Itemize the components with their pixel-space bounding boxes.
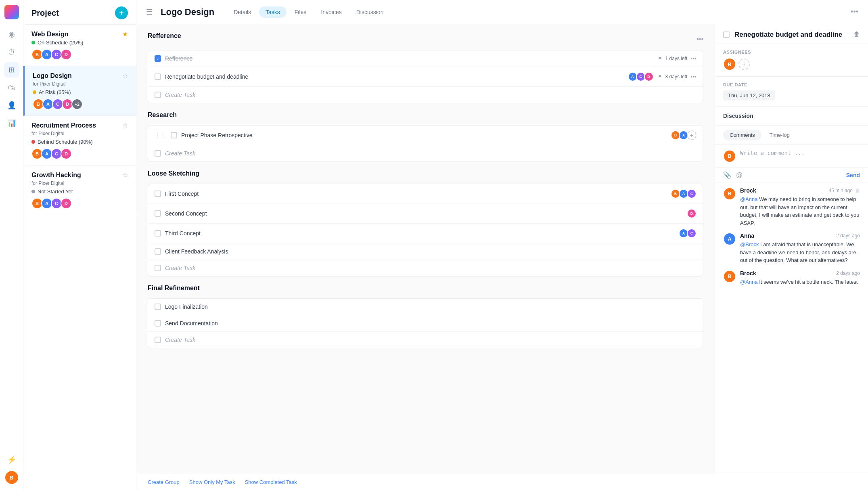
task-checkbox[interactable] (155, 210, 161, 217)
nav-lightning[interactable]: ⚡ (4, 452, 19, 467)
nav-shopping[interactable]: 🛍 (4, 80, 19, 95)
show-completed-task-link[interactable]: Show Completed Task (245, 479, 297, 485)
table-row-create[interactable]: Create Task (148, 332, 703, 348)
tab-comments[interactable]: Comments (723, 130, 761, 140)
section-more-icon[interactable]: ••• (696, 36, 703, 43)
nav-clock[interactable]: ⏱ (4, 44, 19, 60)
task-name: Refference (165, 55, 654, 62)
tab-tasks[interactable]: Tasks (259, 6, 287, 18)
task-name: Project Phase Retrospective (181, 132, 667, 138)
add-project-button[interactable]: + (115, 6, 128, 19)
comment-delete-icon[interactable]: 🗑 (855, 188, 860, 193)
task-meta: ⚑ 3 days left ••• (658, 73, 696, 80)
task-name: Logo Finalization (165, 304, 696, 310)
sidebar-header: Project + (23, 0, 136, 25)
tab-invoices[interactable]: Invoices (314, 6, 348, 18)
send-button[interactable]: Send (846, 172, 860, 178)
table-row[interactable]: ⋮⋮ Project Phase Retrospective B A + (148, 126, 703, 145)
section-loose-sketching: Loose Sketching First Concept B A C Seco (148, 170, 703, 276)
nav-chart[interactable]: 📊 (4, 115, 19, 131)
project-card-recruitment[interactable]: Recruitment Process ☆ for Pixer Digital … (23, 116, 136, 165)
project-name: Recruitment Process (31, 122, 96, 129)
more-dots-icon[interactable]: ••• (690, 55, 696, 62)
table-row-create[interactable]: Create Task (148, 87, 703, 103)
table-row[interactable]: Refference ⚑ 1 days left ••• (148, 50, 703, 67)
section-research: Research ⋮⋮ Project Phase Retrospective … (148, 111, 703, 162)
delete-button[interactable]: 🗑 (853, 31, 860, 38)
star-button[interactable]: ★ (122, 30, 128, 38)
task-checkbox[interactable] (155, 150, 161, 157)
nav-dashboard[interactable]: ◉ (4, 27, 19, 42)
discussion-section: Discussion (715, 107, 868, 126)
bottom-bar: Create Group Show Only My Task Show Comp… (136, 474, 868, 490)
tab-details[interactable]: Details (227, 6, 257, 18)
comment-mention: @Anna (740, 196, 758, 202)
table-row[interactable]: Third Concept A C (148, 224, 703, 243)
table-row[interactable]: First Concept B A C (148, 184, 703, 204)
due-date-label: DUE DATE (723, 82, 860, 87)
comment-mention: @Brock (740, 241, 759, 247)
flag-icon: ⚑ (658, 56, 662, 61)
nav-tasks[interactable]: ⊞ (4, 62, 19, 77)
due-date-value[interactable]: Thu, Jun 12, 2018 (723, 90, 775, 101)
table-row[interactable]: Logo Finalization (148, 299, 703, 315)
assignees-row: B + (723, 58, 860, 71)
current-user-avatar: B (723, 150, 736, 163)
sidebar-title: Project (31, 8, 59, 18)
comment-item: A Anna 2 days ago @Brock I am afraid tha… (723, 232, 860, 264)
drag-handle-icon[interactable]: ⋮⋮ (155, 132, 166, 138)
project-status: Not Started Yet (31, 188, 128, 195)
comment-avatar: B (723, 270, 736, 283)
project-avatars: B A C D (31, 198, 128, 209)
more-dots-icon[interactable]: ••• (690, 73, 696, 80)
comment-input[interactable] (740, 150, 860, 163)
table-row-create[interactable]: Create Task (148, 145, 703, 161)
task-checkbox[interactable] (155, 265, 161, 271)
tab-files[interactable]: Files (288, 6, 313, 18)
project-avatars: B A C D (31, 148, 128, 159)
app-logo (4, 5, 19, 19)
user-avatar[interactable]: B (4, 470, 19, 485)
show-only-my-task-link[interactable]: Show Only My Task (189, 479, 235, 485)
project-status: At Risk (65%) (33, 89, 128, 95)
project-card-web-design[interactable]: Web Design ★ On Schedule (25%) B A C D (23, 25, 136, 66)
table-row-create[interactable]: Create Task (148, 260, 703, 276)
star-button[interactable]: ☆ (122, 171, 128, 179)
menu-icon[interactable]: ☰ (146, 8, 153, 17)
star-button[interactable]: ☆ (122, 72, 128, 80)
task-checkbox[interactable] (155, 304, 161, 310)
task-avatars: A C D (628, 72, 654, 82)
task-checkbox[interactable] (155, 230, 161, 237)
add-assignee-button[interactable]: + (738, 59, 750, 70)
task-checkbox[interactable] (155, 248, 161, 255)
task-checkbox[interactable] (155, 55, 161, 62)
content-area: Refference ••• Refference ⚑ 1 days left … (136, 24, 868, 474)
table-row[interactable]: Second Concept D (148, 204, 703, 224)
nav-users[interactable]: 👤 (4, 98, 19, 113)
tab-discussion[interactable]: Discussion (350, 6, 390, 18)
project-card-growth-hacking[interactable]: Growth Hacking ☆ for Pixer Digital Not S… (23, 165, 136, 215)
task-checkbox[interactable] (155, 73, 161, 80)
table-row[interactable]: Client Feedback Analysis (148, 243, 703, 260)
task-checkbox[interactable] (155, 320, 161, 327)
tab-time-log[interactable]: Time-log (763, 130, 796, 140)
project-card-logo-design[interactable]: Logo Design ☆ for Pixer Digital At Risk … (23, 66, 136, 116)
main-area: ☰ Logo Design Details Tasks Files Invoic… (136, 0, 868, 490)
page-title: Logo Design (161, 7, 214, 17)
table-row[interactable]: Send Documentation (148, 315, 703, 332)
create-group-link[interactable]: Create Group (148, 479, 180, 485)
avatar-add[interactable]: + (687, 130, 696, 140)
table-row[interactable]: Renegotiate budget and deadline A C D ⚑ … (148, 67, 703, 87)
mention-icon[interactable]: @ (736, 172, 743, 179)
paperclip-icon[interactable]: 📎 (723, 171, 731, 179)
task-name: Second Concept (165, 210, 683, 217)
days-left: 3 days left (665, 74, 688, 80)
task-checkbox[interactable] (155, 337, 161, 343)
task-checkbox[interactable] (155, 191, 161, 197)
topbar-more-icon[interactable]: ••• (851, 8, 858, 16)
sidebar: Project + Web Design ★ On Schedule (25%)… (23, 0, 136, 490)
task-detail-checkbox[interactable] (723, 31, 730, 38)
star-button[interactable]: ☆ (122, 121, 128, 129)
task-checkbox[interactable] (155, 92, 161, 98)
task-checkbox[interactable] (171, 132, 177, 138)
